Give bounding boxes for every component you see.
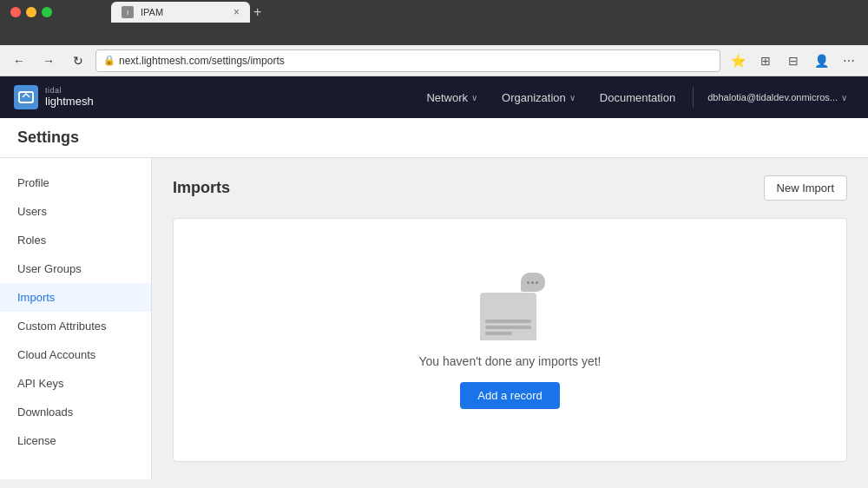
browser-chrome: I IPAM × +: [0, 0, 868, 45]
app-nav: Network ∨ Organization ∨ Documentation d…: [416, 86, 854, 109]
toolbar-icons: ⭐ ⊞ ⊟ 👤 ⋯: [726, 49, 861, 73]
sidebar-item-users[interactable]: Users: [0, 197, 151, 226]
sidebar-item-api-keys[interactable]: API Keys: [0, 369, 151, 398]
bubble-dot-1: [527, 281, 529, 284]
page-title: Imports: [173, 179, 230, 197]
logo-product: lightmesh: [45, 96, 94, 108]
nav-item-organization[interactable]: Organization ∨: [491, 86, 586, 109]
nav-organization-label: Organization: [502, 91, 566, 104]
sidebar-item-downloads[interactable]: Downloads: [0, 398, 151, 426]
app-header: tidal lightmesh Network ∨ Organization ∨…: [0, 76, 868, 118]
doc-line-2: [485, 326, 531, 329]
titlebar: I IPAM × +: [0, 0, 868, 24]
logo-icon: [14, 85, 38, 109]
close-window-button[interactable]: [10, 7, 21, 17]
menu-button[interactable]: ⋯: [837, 49, 861, 73]
back-button[interactable]: ←: [7, 49, 31, 73]
empty-state: You haven't done any imports yet! Add a …: [173, 218, 847, 462]
doc-line-3: [485, 332, 513, 335]
url-text: next.lightmesh.com/settings/imports: [119, 55, 285, 67]
nav-network-chevron: ∨: [471, 93, 477, 102]
bookmark-button[interactable]: ⭐: [726, 49, 750, 73]
empty-icon: [476, 271, 545, 340]
sidebar-item-custom-attributes[interactable]: Custom Attributes: [0, 312, 151, 340]
profile-button[interactable]: 👤: [809, 49, 833, 73]
lock-icon: 🔒: [103, 55, 115, 66]
maximize-window-button[interactable]: [42, 7, 52, 17]
sidebar-item-roles[interactable]: Roles: [0, 226, 151, 254]
sidebar: Profile Users Roles User Groups Imports …: [0, 158, 152, 479]
document-icon: [480, 293, 536, 340]
logo-text: tidal lightmesh: [45, 87, 94, 108]
reader-view-button[interactable]: ⊞: [753, 49, 778, 73]
forward-button[interactable]: →: [36, 49, 61, 73]
new-tab-button[interactable]: +: [250, 4, 265, 20]
traffic-lights: [10, 7, 52, 17]
page-row: Profile Users Roles User Groups Imports …: [0, 158, 868, 479]
tab-title: IPAM: [141, 7, 163, 17]
logo-svg: [17, 89, 35, 106]
main-content: Imports New Import: [152, 158, 868, 479]
document-lines: [480, 314, 536, 340]
tab-close-button[interactable]: ×: [233, 6, 240, 18]
bubble-dot-2: [531, 281, 534, 284]
new-import-button[interactable]: New Import: [764, 175, 847, 201]
sidebar-item-user-groups[interactable]: User Groups: [0, 254, 151, 283]
nav-user-label: dbhalotia@tidaldev.onmicros...: [707, 92, 838, 102]
nav-network-label: Network: [426, 91, 468, 104]
nav-organization-chevron: ∨: [569, 93, 575, 102]
settings-header: Settings: [0, 118, 868, 158]
minimize-window-button[interactable]: [26, 7, 36, 17]
doc-line-1: [485, 320, 531, 323]
settings-title: Settings: [17, 129, 79, 146]
bubble-dot-3: [536, 281, 538, 284]
browser-tab[interactable]: I IPAM ×: [111, 2, 250, 23]
sidebar-item-cloud-accounts[interactable]: Cloud Accounts: [0, 340, 151, 369]
tab-favicon: I: [122, 6, 134, 18]
app-body: tidal lightmesh Network ∨ Organization ∨…: [0, 76, 868, 479]
add-record-button[interactable]: Add a record: [460, 382, 559, 409]
nav-user-chevron: ∨: [841, 93, 847, 102]
nav-item-documentation[interactable]: Documentation: [589, 86, 686, 109]
address-bar[interactable]: 🔒 next.lightmesh.com/settings/imports: [95, 49, 720, 72]
sidebar-item-license[interactable]: License: [0, 426, 151, 455]
sidebar-toggle-button[interactable]: ⊟: [781, 49, 806, 73]
app-logo: tidal lightmesh: [14, 85, 94, 109]
bubble-icon: [521, 273, 545, 292]
nav-user[interactable]: dbhalotia@tidaldev.onmicros... ∨: [700, 89, 854, 106]
nav-item-network[interactable]: Network ∨: [416, 86, 488, 109]
main-header: Imports New Import: [173, 175, 847, 201]
nav-divider: [693, 87, 694, 108]
sidebar-item-profile[interactable]: Profile: [0, 168, 151, 197]
reload-button[interactable]: ↻: [66, 49, 90, 73]
sidebar-item-imports[interactable]: Imports: [0, 283, 151, 312]
empty-message: You haven't done any imports yet!: [419, 354, 602, 368]
nav-documentation-label: Documentation: [600, 91, 675, 104]
browser-toolbar: ← → ↻ 🔒 next.lightmesh.com/settings/impo…: [0, 45, 868, 76]
